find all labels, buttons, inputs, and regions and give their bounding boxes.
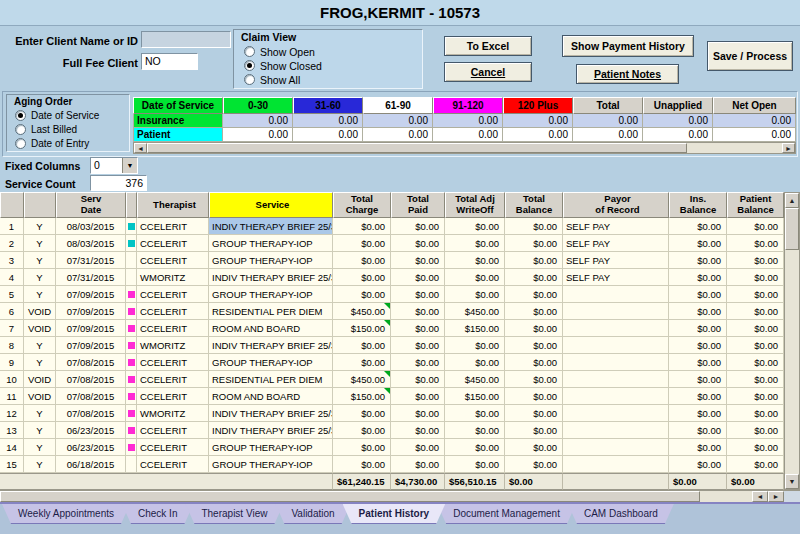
total-paid-cell[interactable]: $0.00 [391,252,445,269]
grid-horizontal-scrollbar[interactable]: ◄ ► [0,490,800,502]
radio-date-of-service[interactable]: Date of Service [15,109,99,122]
ins-balance-cell[interactable]: $0.00 [669,252,727,269]
payor-cell[interactable] [563,422,669,439]
table-row[interactable]: 2 Y 08/03/2015 CCELERIT GROUP THERAPY-IO… [0,235,784,252]
service-cell[interactable]: RESIDENTIAL PER DIEM [209,371,333,388]
therapist-cell[interactable]: CCELERIT [137,286,209,303]
therapist-cell[interactable]: CCELERIT [137,252,209,269]
writeoff-cell[interactable]: $0.00 [445,456,505,473]
table-row[interactable]: 14 Y 06/23/2015 CCELERIT GROUP THERAPY-I… [0,439,784,456]
total-balance-cell[interactable]: $0.00 [505,218,563,235]
total-paid-cell[interactable]: $0.00 [391,371,445,388]
table-row[interactable]: 10 VOID 07/08/2015 CCELERIT RESIDENTIAL … [0,371,784,388]
scroll-down-icon[interactable]: ▼ [785,474,799,489]
writeoff-cell[interactable]: $150.00 [445,388,505,405]
total-balance-cell[interactable]: $0.00 [505,337,563,354]
service-date-cell[interactable]: 07/08/2015 [56,405,126,422]
total-paid-cell[interactable]: $0.00 [391,286,445,303]
total-balance-cell[interactable]: $0.00 [505,422,563,439]
patient-balance-cell[interactable]: $0.00 [727,422,784,439]
writeoff-cell[interactable]: $0.00 [445,218,505,235]
payor-cell[interactable] [563,320,669,337]
table-row[interactable]: 6 VOID 07/09/2015 CCELERIT RESIDENTIAL P… [0,303,784,320]
total-charge-cell[interactable]: $0.00 [333,354,391,371]
service-cell[interactable]: ROOM AND BOARD [209,388,333,405]
total-paid-cell[interactable]: $0.00 [391,337,445,354]
payor-cell[interactable] [563,337,669,354]
total-charge-cell[interactable]: $0.00 [333,252,391,269]
row-status-cell[interactable]: Y [24,456,56,473]
tab-validation[interactable]: Validation [275,504,350,524]
total-balance-cell[interactable]: $0.00 [505,286,563,303]
ins-balance-cell[interactable]: $0.00 [669,354,727,371]
ins-balance-cell[interactable]: $0.00 [669,286,727,303]
header-total-paid[interactable]: Total Paid [391,192,445,218]
ins-balance-cell[interactable]: $0.00 [669,405,727,422]
table-row[interactable]: 7 VOID 07/09/2015 CCELERIT ROOM AND BOAR… [0,320,784,337]
payor-cell[interactable] [563,388,669,405]
service-date-cell[interactable]: 06/23/2015 [56,439,126,456]
service-cell[interactable]: RESIDENTIAL PER DIEM [209,303,333,320]
row-status-cell[interactable]: Y [24,286,56,303]
ins-balance-cell[interactable]: $0.00 [669,439,727,456]
service-cell[interactable]: INDIV THERAPY BRIEF 25/30 [209,218,333,235]
row-status-cell[interactable]: VOID [24,371,56,388]
writeoff-cell[interactable]: $450.00 [445,371,505,388]
writeoff-cell[interactable]: $0.00 [445,252,505,269]
total-charge-cell[interactable]: $0.00 [333,439,391,456]
ins-balance-cell[interactable]: $0.00 [669,337,727,354]
table-row[interactable]: 11 VOID 07/08/2015 CCELERIT ROOM AND BOA… [0,388,784,405]
total-charge-cell[interactable]: $0.00 [333,269,391,286]
writeoff-cell[interactable]: $450.00 [445,303,505,320]
payor-cell[interactable] [563,371,669,388]
payor-cell[interactable] [563,354,669,371]
table-row[interactable]: 13 Y 06/23/2015 CCELERIT INDIV THERAPY B… [0,422,784,439]
service-date-cell[interactable]: 07/09/2015 [56,303,126,320]
row-status-cell[interactable]: VOID [24,388,56,405]
scroll-left-icon[interactable]: ◄ [752,491,768,502]
patient-balance-cell[interactable]: $0.00 [727,405,784,422]
writeoff-cell[interactable]: $0.00 [445,354,505,371]
tab-check-in[interactable]: Check In [122,504,193,524]
therapist-cell[interactable]: CCELERIT [137,303,209,320]
total-charge-cell[interactable]: $0.00 [333,422,391,439]
patient-balance-cell[interactable]: $0.00 [727,235,784,252]
patient-balance-cell[interactable]: $0.00 [727,218,784,235]
total-charge-cell[interactable]: $0.00 [333,456,391,473]
patient-balance-cell[interactable]: $0.00 [727,252,784,269]
total-paid-cell[interactable]: $0.00 [391,405,445,422]
header-serv-date[interactable]: Serv Date [56,192,126,218]
payor-cell[interactable]: SELF PAY [563,269,669,286]
ins-balance-cell[interactable]: $0.00 [669,320,727,337]
full-fee-input[interactable]: NO [141,53,198,70]
row-status-cell[interactable]: Y [24,252,56,269]
aging-horizontal-scrollbar[interactable]: ◄ ► [133,142,796,154]
ins-balance-cell[interactable]: $0.00 [669,218,727,235]
total-charge-cell[interactable]: $0.00 [333,405,391,422]
service-date-cell[interactable]: 07/08/2015 [56,371,126,388]
header-ins-balance[interactable]: Ins. Balance [669,192,727,218]
therapist-cell[interactable]: CCELERIT [137,371,209,388]
total-charge-cell[interactable]: $0.00 [333,286,391,303]
service-date-cell[interactable]: 07/31/2015 [56,252,126,269]
row-status-cell[interactable]: VOID [24,320,56,337]
payor-cell[interactable] [563,439,669,456]
fixed-columns-dropdown[interactable]: 0 ▼ [90,157,138,174]
header-total-adj-writeoff[interactable]: Total Adj WriteOff [445,192,505,218]
service-date-cell[interactable]: 07/08/2015 [56,388,126,405]
writeoff-cell[interactable]: $0.00 [445,337,505,354]
payor-cell[interactable] [563,456,669,473]
therapist-cell[interactable]: WMORITZ [137,405,209,422]
ins-balance-cell[interactable]: $0.00 [669,422,727,439]
header-total-charge[interactable]: Total Charge [333,192,391,218]
patient-balance-cell[interactable]: $0.00 [727,320,784,337]
service-cell[interactable]: GROUP THERAPY-IOP [209,286,333,303]
total-charge-cell[interactable]: $450.00 [333,371,391,388]
ins-balance-cell[interactable]: $0.00 [669,456,727,473]
total-balance-cell[interactable]: $0.00 [505,354,563,371]
service-cell[interactable]: GROUP THERAPY-IOP [209,252,333,269]
patient-balance-cell[interactable]: $0.00 [727,269,784,286]
tab-cam-dashboard[interactable]: CAM Dashboard [568,504,674,524]
writeoff-cell[interactable]: $0.00 [445,422,505,439]
total-charge-cell[interactable]: $0.00 [333,337,391,354]
